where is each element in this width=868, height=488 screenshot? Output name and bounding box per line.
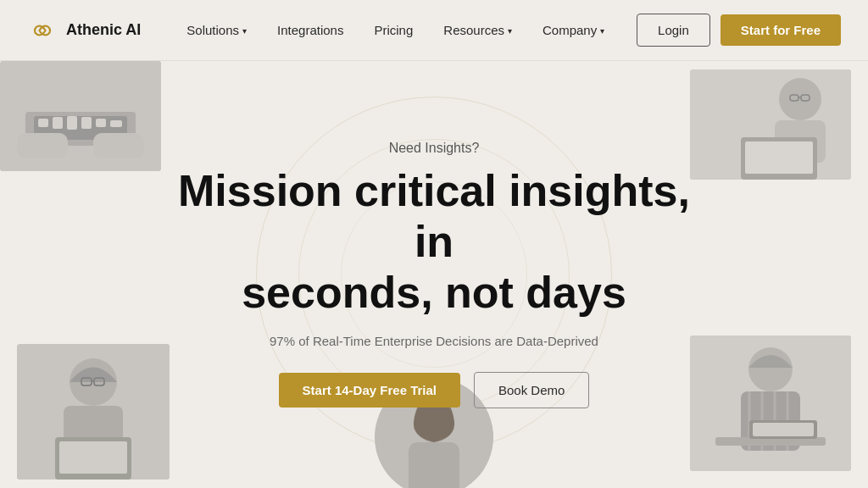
svg-rect-13 (790, 95, 798, 101)
svg-rect-21 (81, 378, 92, 385)
hero-subtitle: 97% of Real-Time Enterprise Decisions ar… (163, 334, 705, 348)
svg-point-20 (70, 358, 117, 406)
svg-rect-17 (741, 137, 817, 180)
nav-actions: Login Start for Free (637, 14, 841, 47)
navbar: Athenic AI Solutions ▾ Integrations Pric… (0, 0, 868, 61)
logo[interactable]: Athenic AI (27, 15, 141, 46)
image-top-left (0, 61, 161, 171)
svg-rect-27 (690, 336, 851, 471)
svg-rect-8 (110, 120, 122, 127)
svg-rect-26 (59, 441, 127, 474)
nav-company[interactable]: Company ▾ (531, 16, 616, 44)
image-bottom-right (690, 336, 851, 471)
nav-pricing[interactable]: Pricing (362, 16, 425, 44)
image-top-right (690, 69, 851, 180)
nav-links: Solutions ▾ Integrations Pricing Resourc… (175, 16, 637, 44)
svg-rect-25 (55, 437, 131, 480)
svg-rect-34 (715, 437, 826, 446)
hero-title: Mission critical insights, in seconds, n… (163, 166, 705, 318)
svg-rect-5 (67, 116, 77, 130)
image-bottom-left (17, 344, 170, 480)
svg-rect-36 (753, 423, 814, 436)
svg-rect-39 (409, 442, 459, 488)
svg-rect-7 (96, 119, 106, 127)
svg-rect-1 (25, 112, 136, 146)
svg-rect-16 (775, 120, 826, 163)
login-button[interactable]: Login (637, 14, 710, 47)
svg-rect-22 (94, 378, 104, 385)
svg-rect-19 (17, 344, 170, 480)
trial-button[interactable]: Start 14-Day Free Trial (279, 373, 460, 408)
chevron-down-icon: ▾ (600, 26, 604, 36)
svg-rect-6 (81, 117, 92, 129)
svg-point-28 (748, 347, 793, 391)
demo-button[interactable]: Book Demo (474, 372, 589, 408)
nav-solutions[interactable]: Solutions ▾ (175, 16, 259, 44)
chevron-down-icon: ▾ (508, 26, 512, 36)
start-free-button[interactable]: Start for Free (721, 14, 841, 46)
svg-rect-35 (749, 420, 817, 439)
nav-resources[interactable]: Resources ▾ (431, 16, 524, 44)
svg-rect-14 (801, 95, 810, 101)
svg-rect-4 (53, 117, 63, 129)
svg-rect-18 (745, 141, 813, 174)
hero-content: Need Insights? Mission critical insights… (163, 141, 705, 408)
svg-rect-0 (0, 61, 161, 171)
svg-rect-10 (93, 133, 144, 158)
svg-rect-11 (690, 69, 851, 180)
nav-integrations[interactable]: Integrations (265, 16, 355, 44)
svg-rect-24 (64, 406, 123, 457)
svg-rect-9 (17, 133, 68, 158)
svg-point-12 (779, 78, 821, 120)
svg-rect-29 (741, 391, 800, 451)
brand-name: Athenic AI (66, 21, 141, 39)
chevron-down-icon: ▾ (242, 26, 247, 36)
logo-icon (27, 15, 58, 46)
svg-rect-2 (34, 116, 127, 140)
hero-section: Need Insights? Mission critical insights… (0, 61, 868, 488)
hero-eyebrow: Need Insights? (163, 141, 705, 156)
svg-rect-3 (38, 119, 48, 127)
hero-buttons: Start 14-Day Free Trial Book Demo (163, 372, 705, 408)
